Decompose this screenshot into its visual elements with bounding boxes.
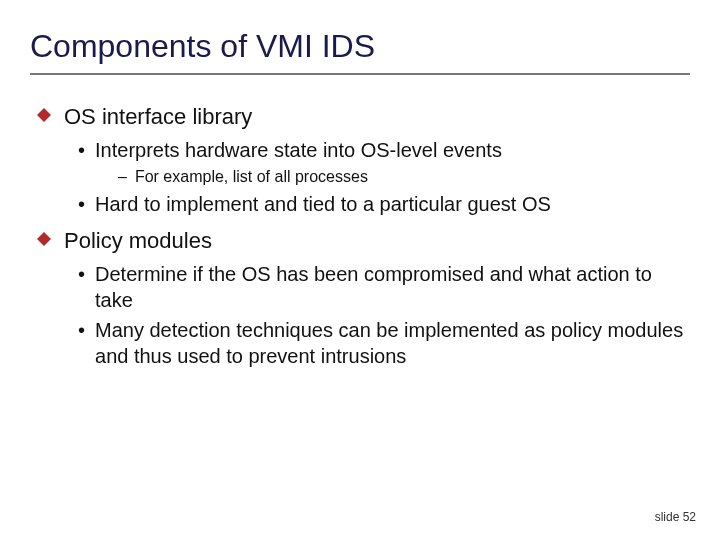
list-item-text: Many detection techniques can be impleme… xyxy=(95,317,690,369)
list-item: • Interprets hardware state into OS-leve… xyxy=(78,137,690,163)
list-item-text: Interprets hardware state into OS-level … xyxy=(95,137,502,163)
list-item: • Hard to implement and tied to a partic… xyxy=(78,191,690,217)
slide: Components of VMI IDS OS interface libra… xyxy=(0,0,720,540)
section-heading-text: OS interface library xyxy=(64,103,252,131)
diamond-icon xyxy=(36,231,54,249)
list-subitem: – For example, list of all processes xyxy=(118,167,690,188)
title-rule xyxy=(30,73,690,75)
list-item: • Many detection techniques can be imple… xyxy=(78,317,690,369)
section-heading: OS interface library xyxy=(36,103,690,131)
dash-icon: – xyxy=(118,167,127,188)
bullet-icon: • xyxy=(78,261,85,287)
slide-content: OS interface library • Interprets hardwa… xyxy=(30,103,690,369)
list-item-text: Hard to implement and tied to a particul… xyxy=(95,191,551,217)
svg-marker-1 xyxy=(37,232,51,246)
bullet-icon: • xyxy=(78,191,85,217)
list-subitem-text: For example, list of all processes xyxy=(135,167,368,188)
bullet-icon: • xyxy=(78,137,85,163)
slide-title: Components of VMI IDS xyxy=(30,28,690,65)
svg-marker-0 xyxy=(37,108,51,122)
diamond-icon xyxy=(36,107,54,125)
list-item-text: Determine if the OS has been compromised… xyxy=(95,261,690,313)
section-heading-text: Policy modules xyxy=(64,227,212,255)
slide-number: slide 52 xyxy=(655,510,696,524)
list-item: • Determine if the OS has been compromis… xyxy=(78,261,690,313)
bullet-icon: • xyxy=(78,317,85,343)
section-heading: Policy modules xyxy=(36,227,690,255)
